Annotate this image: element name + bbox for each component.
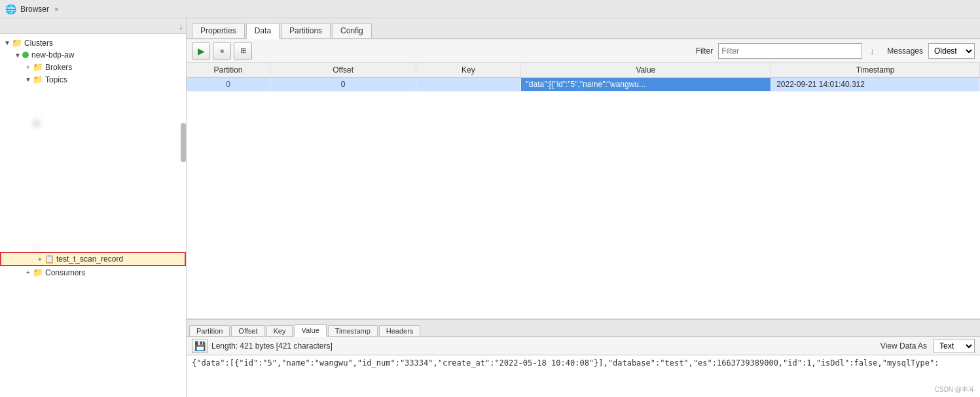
bottom-tab-key[interactable]: Key xyxy=(266,325,293,336)
sidebar-item-topics[interactable]: ▼ 📁 Topics xyxy=(0,73,186,86)
sidebar-item-topic-9[interactable] xyxy=(0,207,186,221)
sidebar-item-topic-7[interactable] xyxy=(0,177,186,191)
col-header-timestamp: Timestamp xyxy=(771,63,980,78)
sidebar-item-topic-1[interactable] xyxy=(0,86,186,101)
view-data-as-select[interactable]: Text JSON XML xyxy=(934,339,975,353)
consumers-label: Consumers xyxy=(45,268,85,277)
cell-partition: 0 xyxy=(187,78,270,92)
cell-offset: 0 xyxy=(270,78,416,92)
cell-timestamp: 2022-09-21 14:01:40.312 xyxy=(771,78,980,92)
clusters-label: Clusters xyxy=(24,39,53,48)
sidebar-item-brokers[interactable]: + 📁 Brokers xyxy=(0,61,186,73)
bottom-tab-partition[interactable]: Partition xyxy=(189,325,230,336)
selected-topic-expander[interactable]: + xyxy=(35,254,45,264)
bottom-panel: Partition Offset Key Value Timestamp Hea… xyxy=(187,319,980,397)
brokers-expander[interactable]: + xyxy=(24,63,33,72)
col-header-partition: Partition xyxy=(187,63,270,78)
bottom-toolbar: 💾 Length: 421 bytes [421 characters] Vie… xyxy=(187,337,980,355)
right-panel: Properties Data Partitions Config ▶ ■ ⊞ … xyxy=(187,18,980,397)
topics-expander[interactable]: ▼ xyxy=(24,75,33,84)
clusters-expander[interactable]: ▼ xyxy=(3,39,12,48)
sidebar-item-topic-11[interactable]: _ xyxy=(0,237,186,251)
sidebar-item-topic-3[interactable]: A xyxy=(0,116,186,131)
col-header-value: Value xyxy=(520,63,771,78)
sidebar-down-arrow-icon[interactable]: ↓ xyxy=(179,21,183,31)
save-button[interactable]: 💾 xyxy=(192,339,208,353)
topics-folder-icon: 📁 xyxy=(33,75,43,84)
sidebar-item-topic-10[interactable] xyxy=(0,222,186,236)
sidebar-item-clusters[interactable]: ▼ 📁 Clusters xyxy=(0,37,186,49)
cell-key xyxy=(416,78,520,92)
run-button[interactable]: ▶ xyxy=(192,43,210,60)
sidebar-item-topic-8[interactable] xyxy=(0,192,186,206)
sidebar-item-new-bdp-aw[interactable]: ▼ new-bdp-aw xyxy=(0,49,186,61)
col-header-key: Key xyxy=(416,63,520,78)
col-header-offset: Offset xyxy=(270,63,416,78)
filter-arrow-button[interactable]: ↓ xyxy=(865,43,879,59)
tree-container: ▼ 📁 Clusters ▼ new-bdp-aw + 📁 Brokers xyxy=(0,34,186,281)
messages-label: Messages xyxy=(887,46,923,56)
tab-data[interactable]: Data xyxy=(246,23,280,39)
messages-select[interactable]: Oldest Newest xyxy=(928,43,975,59)
clusters-folder-icon: 📁 xyxy=(12,38,22,48)
cell-value: "data":[{"id":"5","name":"wangwu... xyxy=(520,78,771,92)
browser-icon: 🌐 xyxy=(5,4,16,14)
sidebar-scrollbar[interactable] xyxy=(181,123,186,162)
sidebar-item-topic-5[interactable] xyxy=(0,147,186,161)
data-table: Partition Offset Key Value Timestamp 0 0 xyxy=(187,63,980,92)
row-num: 0 xyxy=(226,80,230,89)
new-bdp-aw-expander[interactable]: ▼ xyxy=(13,50,22,60)
topics-label: Topics xyxy=(45,75,67,84)
stop-button[interactable]: ■ xyxy=(213,43,231,60)
bottom-tab-offset[interactable]: Offset xyxy=(231,325,264,336)
tab-partitions[interactable]: Partitions xyxy=(281,23,331,38)
bottom-tab-timestamp[interactable]: Timestamp xyxy=(328,325,378,336)
sidebar-item-topic-6[interactable] xyxy=(0,162,186,176)
data-table-container: Partition Offset Key Value Timestamp 0 0 xyxy=(187,63,980,319)
length-text: Length: 421 bytes [421 characters] xyxy=(211,341,333,351)
connection-status-indicator xyxy=(22,52,29,58)
bottom-tab-headers[interactable]: Headers xyxy=(379,325,421,336)
filter-label: Filter xyxy=(696,46,714,56)
grid-button[interactable]: ⊞ xyxy=(234,43,252,60)
new-bdp-aw-label: new-bdp-aw xyxy=(31,50,74,60)
tab-bar: Properties Data Partitions Config xyxy=(187,18,980,39)
brokers-label: Brokers xyxy=(45,63,72,72)
bottom-tab-value[interactable]: Value xyxy=(294,324,326,337)
watermark: CSDN @丰耳 xyxy=(935,385,975,394)
consumers-folder-icon: 📁 xyxy=(33,268,43,277)
sidebar-item-consumers[interactable]: + 📁 Consumers xyxy=(0,266,186,279)
sidebar: ↓ ▼ 📁 Clusters ▼ new-bdp-aw + 📁 xyxy=(0,18,187,397)
sidebar-item-selected-topic[interactable]: + 📋 test_t_scan_record xyxy=(0,252,186,266)
bottom-tab-bar: Partition Offset Key Value Timestamp Hea… xyxy=(187,320,980,337)
view-data-as-label: View Data As xyxy=(880,341,927,351)
sidebar-item-topic-2[interactable] xyxy=(0,101,186,116)
topic-icon: 📋 xyxy=(45,254,54,264)
bottom-content: {"data":[{"id":"5","name":"wangwu","id_n… xyxy=(187,355,980,397)
title-bar-close-button[interactable]: × xyxy=(54,5,58,13)
toolbar: ▶ ■ ⊞ Filter ↓ Messages Oldest Newest xyxy=(187,39,980,63)
tab-properties[interactable]: Properties xyxy=(192,23,245,38)
brokers-folder-icon: 📁 xyxy=(33,62,43,72)
tab-config[interactable]: Config xyxy=(332,23,372,38)
selected-topic-label: test_t_scan_record xyxy=(56,254,123,264)
consumers-expander[interactable]: + xyxy=(24,268,33,277)
table-row[interactable]: 0 0 "data":[{"id":"5","name":"wangwu... … xyxy=(187,78,980,92)
title-bar-title: Browser xyxy=(20,5,49,14)
filter-input[interactable] xyxy=(718,43,862,59)
sidebar-item-topic-4[interactable] xyxy=(0,131,186,146)
